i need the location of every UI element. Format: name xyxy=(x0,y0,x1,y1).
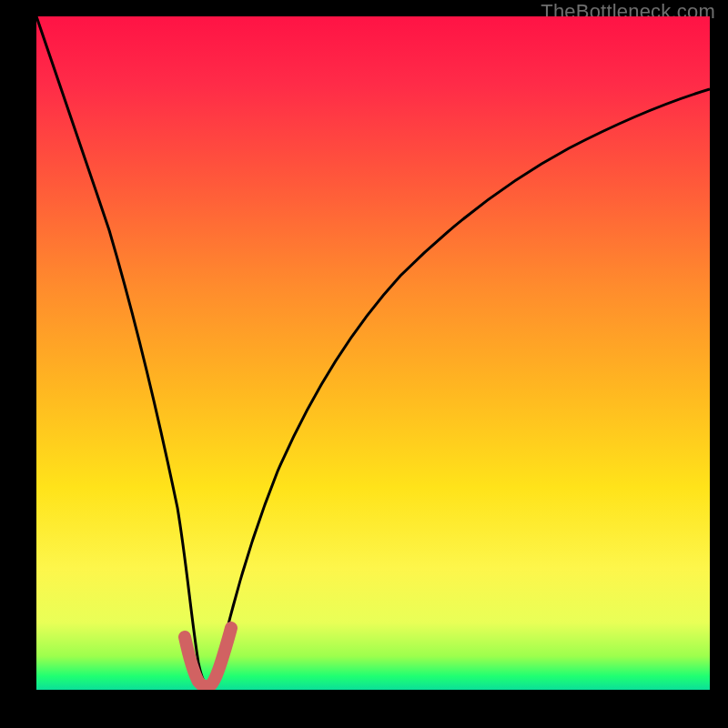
plot-area xyxy=(36,16,710,690)
chart-frame: TheBottleneck.com xyxy=(0,0,728,728)
near-optimal-segment xyxy=(185,628,231,686)
curve-layer xyxy=(36,16,710,690)
bottleneck-curve xyxy=(36,16,710,685)
